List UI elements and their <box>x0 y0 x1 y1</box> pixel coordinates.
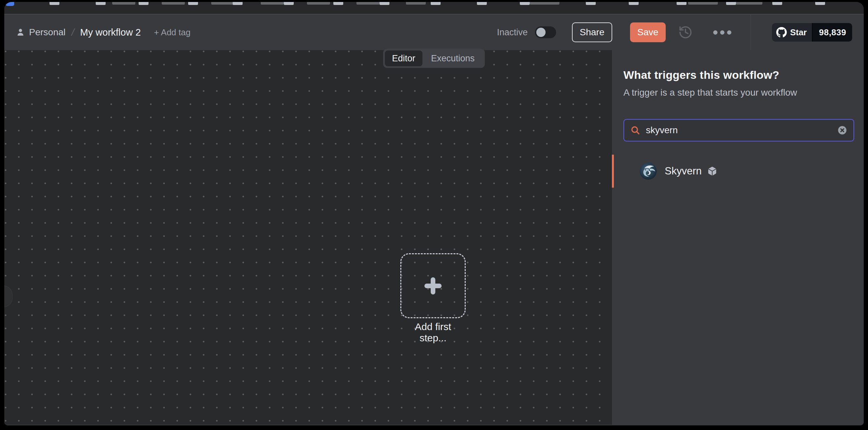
browser-tab-sliver <box>112 2 135 5</box>
sidebar-collapse-handle[interactable] <box>4 286 12 307</box>
search-icon <box>630 125 641 135</box>
workflow-header: Personal / My workflow 2 + Add tag Inact… <box>4 14 864 50</box>
breadcrumb: Personal / My workflow 2 + Add tag <box>16 27 190 38</box>
plus-icon <box>425 277 442 295</box>
browser-tab-sliver <box>815 2 825 5</box>
header-actions: Inactive Share Save Star <box>497 14 852 50</box>
view-tabs: Editor Executions <box>383 49 485 68</box>
browser-tab-strip <box>4 2 864 14</box>
browser-tab-sliver <box>477 2 487 5</box>
tab-editor[interactable]: Editor <box>385 51 423 66</box>
header-divider <box>750 14 751 50</box>
github-star-count[interactable]: 98,839 <box>813 23 852 41</box>
breadcrumb-separator: / <box>70 27 75 38</box>
browser-tab-sliver <box>284 2 294 5</box>
github-star-widget[interactable]: Star 98,839 <box>772 23 852 41</box>
save-button[interactable]: Save <box>630 23 666 42</box>
browser-tab-sliver <box>188 2 198 5</box>
more-options-icon[interactable] <box>713 30 732 35</box>
panel-subtitle: A trigger is a step that starts your wor… <box>623 88 854 98</box>
add-first-step-button[interactable] <box>400 253 466 318</box>
browser-tab-sliver <box>520 2 530 5</box>
browser-tab-sliver <box>162 2 185 5</box>
history-icon[interactable] <box>678 25 693 40</box>
browser-tab-sliver <box>586 2 596 5</box>
github-star-label: Star <box>790 27 807 38</box>
workflow-canvas[interactable]: Add first step... <box>4 50 612 425</box>
browser-tab-sliver <box>406 2 426 5</box>
browser-tab-sliver <box>772 2 782 5</box>
browser-tab-sliver <box>96 2 105 5</box>
result-accent-stripe <box>612 155 614 188</box>
browser-tab-sliver <box>211 2 234 5</box>
trigger-panel: What triggers this workflow? A trigger i… <box>612 50 864 425</box>
add-tag-button[interactable]: + Add tag <box>154 27 191 38</box>
browser-tab-sliver <box>50 2 59 5</box>
github-star-button[interactable]: Star <box>772 23 813 41</box>
browser-tab-sliver <box>431 2 441 5</box>
browser-tab-sliver <box>138 2 149 5</box>
breadcrumb-project[interactable]: Personal <box>16 27 66 38</box>
result-name: Skyvern <box>665 165 702 177</box>
browser-tab-sliver <box>677 2 686 5</box>
browser-tab-sliver <box>356 2 379 5</box>
toggle-knob <box>536 28 546 37</box>
browser-tab-sliver <box>688 2 718 5</box>
panel-title: What triggers this workflow? <box>623 69 854 81</box>
app-window: Personal / My workflow 2 + Add tag Inact… <box>4 2 864 425</box>
search-input[interactable] <box>646 125 837 135</box>
main-area: Add first step... What triggers this wor… <box>4 50 864 425</box>
browser-tab-sliver <box>233 2 243 5</box>
person-icon <box>16 28 25 37</box>
tab-executions[interactable]: Executions <box>423 51 483 66</box>
browser-tab-sliver <box>6 2 14 6</box>
browser-tab-sliver <box>307 2 330 5</box>
active-toggle[interactable] <box>535 26 556 38</box>
workflow-name[interactable]: My workflow 2 <box>80 27 141 38</box>
node-search-box <box>623 119 854 141</box>
skyvern-logo-icon <box>640 163 657 180</box>
browser-tab-sliver <box>379 2 390 5</box>
package-icon <box>707 166 717 176</box>
browser-tab-sliver <box>261 2 284 5</box>
breadcrumb-project-label: Personal <box>29 27 66 38</box>
github-icon <box>776 27 787 38</box>
browser-tab-sliver <box>629 2 639 5</box>
status-label: Inactive <box>497 27 528 38</box>
browser-tab-sliver <box>530 2 559 5</box>
browser-tab-sliver <box>736 2 763 5</box>
add-first-step-label: Add first step... <box>400 321 466 343</box>
clear-search-icon[interactable] <box>837 125 847 135</box>
search-result-skyvern[interactable]: Skyvern <box>612 155 864 188</box>
share-button[interactable]: Share <box>572 23 612 42</box>
browser-tab-sliver <box>726 2 736 5</box>
browser-tab-sliver <box>333 2 343 5</box>
